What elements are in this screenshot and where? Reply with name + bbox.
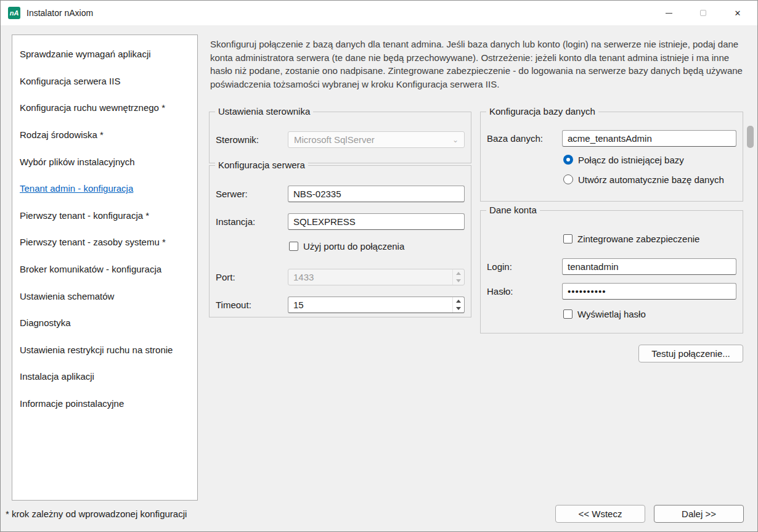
sidebar-step-item[interactable]: Tenant admin - konfiguracja	[12, 175, 197, 202]
chevron-down-icon: ⌄	[452, 136, 458, 144]
installer-window: nA Instalator nAxiom ✕ Sprawdzanie wymag…	[0, 0, 758, 532]
show-password-label[interactable]: Wyświetlaj hasło	[577, 309, 646, 319]
port-spin-buttons	[452, 269, 464, 285]
maximize-icon	[700, 10, 706, 16]
sidebar-step-item[interactable]: Ustawienia schematów	[12, 282, 197, 309]
driver-select-value: Microsoft SqlServer	[294, 134, 375, 145]
maximize-button[interactable]	[686, 1, 720, 25]
driver-select: Microsoft SqlServer ⌄	[288, 131, 465, 148]
show-password-checkbox[interactable]	[563, 309, 573, 319]
login-label: Login:	[487, 258, 512, 275]
timeout-spin-buttons	[452, 297, 464, 313]
sidebar-step-item[interactable]: Konfiguracja serwera IIS	[12, 68, 197, 95]
sidebar-step-label: Broker komunikatów - konfiguracja	[20, 264, 161, 274]
password-input[interactable]	[562, 283, 736, 300]
footnote-config-dependency: * krok zależny od wprowadzonej konfigura…	[6, 509, 187, 519]
sidebar-step-label: Pierwszy tenant - konfiguracja *	[20, 210, 149, 221]
sidebar-step-item[interactable]: Broker komunikatów - konfiguracja	[12, 256, 197, 283]
group-server-config: Konfiguracja serwera Serwer: Instancja: …	[209, 165, 471, 317]
arrow-down-icon	[456, 279, 461, 282]
sidebar-step-item[interactable]: Pierwszy tenant - zasoby systemu *	[12, 229, 197, 256]
sidebar-step-item[interactable]: Konfiguracja ruchu wewnętrznego *	[12, 94, 197, 121]
timeout-stepper[interactable]: 15	[288, 297, 465, 313]
use-port-checkbox-label[interactable]: Użyj portu do połączenia	[303, 241, 404, 252]
sidebar-step-item[interactable]: Pierwszy tenant - konfiguracja *	[12, 202, 197, 229]
instance-input[interactable]	[288, 213, 465, 230]
radio-connect-existing[interactable]	[563, 155, 573, 165]
minimize-icon	[666, 13, 672, 14]
window-controls: ✕	[651, 1, 755, 25]
group-driver-settings: Ustawienia sterownika Sterownik: Microso…	[209, 112, 471, 163]
close-button[interactable]: ✕	[720, 1, 755, 25]
integrated-security-label[interactable]: Zintegrowane zabezpieczenie	[577, 234, 699, 244]
timeout-up-button[interactable]	[453, 297, 464, 305]
port-label: Port:	[216, 269, 235, 285]
login-input[interactable]	[562, 258, 736, 275]
minimize-button[interactable]	[651, 1, 686, 25]
sidebar-step-label: Diagnostyka	[20, 317, 71, 328]
window-title: Instalator nAxiom	[26, 1, 93, 25]
titlebar: nA Instalator nAxiom ✕	[1, 1, 757, 25]
port-down-button	[453, 277, 464, 285]
integrated-security-checkbox[interactable]	[563, 234, 573, 243]
back-button[interactable]: << Wstecz	[555, 505, 645, 523]
use-port-checkbox[interactable]	[289, 242, 298, 251]
driver-label: Sterownik:	[216, 131, 259, 148]
group-driver-title: Ustawienia sterownika	[215, 106, 313, 117]
database-input[interactable]	[562, 130, 736, 147]
sidebar-step-item[interactable]: Ustawienia restrykcji ruchu na stronie	[12, 337, 197, 364]
sidebar-step-item[interactable]: Sprawdzanie wymagań aplikacji	[12, 41, 197, 68]
arrow-up-icon	[456, 272, 461, 275]
timeout-down-button[interactable]	[453, 305, 464, 313]
group-server-title: Konfiguracja serwera	[215, 160, 308, 170]
sidebar-step-label: Instalacja aplikacji	[20, 371, 94, 382]
server-input[interactable]	[288, 186, 465, 202]
step-description: Skonfiguruj połączenie z bazą danych dla…	[210, 38, 744, 91]
port-value: 1433	[288, 269, 452, 285]
sidebar-step-label: Informacje poinstalacyjne	[20, 398, 124, 409]
sidebar-step-label: Ustawienia restrykcji ruchu na stronie	[20, 345, 173, 355]
group-account-title: Dane konta	[486, 205, 540, 215]
group-database-config: Konfiguracja bazy danych Baza danych: Po…	[480, 112, 743, 202]
password-label: Hasło:	[487, 283, 513, 300]
sidebar-step-item[interactable]: Rodzaj środowiska *	[12, 121, 197, 149]
sidebar-step-label: Konfiguracja serwera IIS	[20, 76, 120, 86]
port-stepper: 1433	[288, 269, 465, 285]
database-label: Baza danych:	[487, 130, 543, 147]
radio-create-database[interactable]	[563, 174, 573, 184]
sidebar-step-label: Rodzaj środowiska *	[20, 129, 104, 140]
timeout-label: Timeout:	[216, 297, 251, 313]
sidebar-step-item[interactable]: Informacje poinstalacyjne	[12, 390, 197, 417]
sidebar-step-label: Pierwszy tenant - zasoby systemu *	[20, 237, 166, 247]
sidebar-step-label: Ustawienia schematów	[20, 291, 114, 301]
sidebar-step-item[interactable]: Instalacja aplikacji	[12, 363, 197, 390]
radio-connect-existing-label[interactable]: Połącz do istniejącej bazy	[578, 155, 684, 165]
app-icon: nA	[8, 7, 20, 19]
port-up-button	[453, 269, 464, 277]
next-button[interactable]: Dalej >>	[654, 505, 744, 523]
test-connection-button[interactable]: Testuj połączenie...	[638, 345, 743, 362]
group-database-title: Konfiguracja bazy danych	[486, 106, 598, 117]
sidebar-step-label: Konfiguracja ruchu wewnętrznego *	[20, 102, 165, 113]
sidebar-steps: Sprawdzanie wymagań aplikacji Konfigurac…	[12, 35, 198, 501]
radio-create-database-label[interactable]: Utwórz automatycznie bazę danych	[578, 174, 724, 185]
arrow-down-icon	[456, 307, 461, 310]
arrow-up-icon	[456, 300, 461, 303]
sidebar-step-label: Tenant admin - konfiguracja	[20, 183, 133, 194]
server-label: Serwer:	[216, 186, 248, 202]
sidebar-step-label: Wybór plików instalacyjnych	[20, 157, 135, 167]
close-icon: ✕	[735, 9, 741, 17]
group-account-data: Dane konta Zintegrowane zabezpieczenie L…	[480, 210, 743, 334]
sidebar-step-label: Sprawdzanie wymagań aplikacji	[20, 49, 151, 59]
timeout-value[interactable]: 15	[288, 297, 452, 313]
sidebar-step-item[interactable]: Diagnostyka	[12, 309, 197, 337]
vertical-scrollbar-thumb[interactable]	[747, 126, 754, 148]
instance-label: Instancja:	[216, 213, 255, 230]
sidebar-step-item[interactable]: Wybór plików instalacyjnych	[12, 148, 197, 175]
